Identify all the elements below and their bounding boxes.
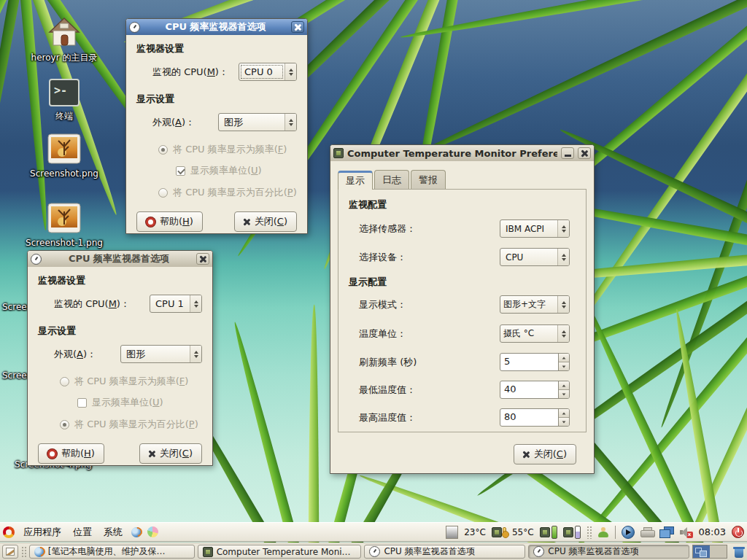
desktop-icon-label: heroyr 的主目录	[24, 52, 104, 63]
radio-show-as-percentage[interactable]: 将 CPU 频率显示为百分比(P)	[60, 418, 202, 431]
cpu-temp-value: 55°C	[512, 527, 534, 537]
section-monitor-settings: 监视器设置	[38, 274, 202, 287]
radio-selected-icon	[60, 420, 69, 429]
cpu-select-label: 监视的 CPU(M)：	[54, 298, 130, 311]
gauge-icon	[369, 546, 380, 557]
mute-badge-icon: x	[686, 532, 693, 538]
chip-thermometer-icon[interactable]	[492, 527, 506, 537]
combo-arrows-icon	[557, 296, 569, 313]
titlebar[interactable]: CPU 频率监视器首选项	[126, 19, 307, 35]
radio-show-as-frequency[interactable]: 将 CPU 频率显示为频率(F)	[60, 375, 202, 388]
power-button-icon[interactable]	[732, 526, 744, 538]
checkbox-show-units[interactable]: 显示频率单位(U)	[176, 164, 297, 177]
desktop-icon-screenshot-1[interactable]: Screenshot-1.png	[24, 203, 104, 248]
clock[interactable]: 08:03	[699, 526, 726, 537]
spinner-arrows[interactable]	[558, 409, 569, 426]
show-desktop-icon	[6, 548, 15, 556]
workspace-1-active[interactable]	[693, 545, 710, 558]
close-button[interactable]	[196, 253, 209, 265]
cpufreq-gauge-icon	[31, 254, 42, 265]
distributor-logo-icon[interactable]	[3, 526, 15, 538]
close-button[interactable]	[291, 21, 304, 33]
titlebar[interactable]: CPU 频率监视器首选项	[28, 251, 212, 267]
close-button[interactable]: 关闭(C)	[234, 211, 297, 232]
radio-selected-icon	[158, 145, 168, 155]
appearance-combo[interactable]: 图形	[218, 113, 297, 131]
trash-icon[interactable]	[733, 545, 745, 558]
section-display-config: 显示配置	[349, 276, 570, 289]
taskbar-button-temp-monitor[interactable]: Computer Temperature Moni…	[198, 545, 362, 559]
checkbox-icon	[77, 398, 87, 408]
taskbar-button-cpufreq-0[interactable]: CPU 频率监视器首选项	[528, 545, 689, 559]
cpufreq-graph-applet[interactable]	[446, 526, 458, 539]
image-icon	[47, 203, 81, 233]
taskbar-button-cpufreq-1[interactable]: CPU 频率监视器首选项	[364, 545, 525, 559]
cpu-select-combo[interactable]: CPU 1	[150, 295, 202, 313]
tab-log[interactable]: 日志	[374, 170, 409, 189]
section-display-settings: 显示设置	[38, 324, 202, 338]
close-icon	[200, 256, 206, 262]
titlebar[interactable]: Computer Temperature Monitor Preferences	[330, 145, 594, 161]
workspace-2[interactable]	[710, 545, 727, 558]
spinner-arrows[interactable]	[558, 381, 569, 398]
menu-applications[interactable]: 应用程序	[20, 524, 64, 540]
ambient-temp-value: 23°C	[464, 527, 486, 537]
firefox-launcher-icon[interactable]	[131, 527, 142, 537]
swirl-app-launcher-icon[interactable]	[147, 526, 158, 537]
taskbar-drag-handle[interactable]	[21, 546, 26, 558]
desktop-icon-home[interactable]: heroyr 的主目录	[24, 15, 104, 63]
taskbar-button-firefox[interactable]: [笔记本电脑使用、维护及保…	[29, 545, 195, 559]
workspace-switcher[interactable]	[692, 545, 727, 559]
close-button[interactable]: 关闭(C)	[514, 444, 576, 464]
min-temp-label: 最低温度值：	[359, 384, 416, 397]
chip-purple-bar-icon[interactable]	[563, 526, 581, 539]
refresh-rate-label: 刷新频率 (秒)	[359, 356, 417, 369]
temp-unit-label: 温度单位：	[359, 327, 406, 341]
radio-show-as-frequency[interactable]: 将 CPU 频率显示为频率(F)	[158, 143, 297, 156]
min-temp-spinner[interactable]: 40	[500, 381, 570, 399]
user-switcher-icon[interactable]	[597, 527, 609, 537]
temp-unit-combo[interactable]: 摄氏 °C	[500, 324, 570, 343]
section-monitor-config: 监视配置	[349, 198, 570, 211]
close-button[interactable]: 关闭(C)	[139, 443, 202, 464]
max-temp-spinner[interactable]: 80	[500, 408, 570, 427]
cpu-select-label: 监视的 CPU(M)：	[152, 66, 228, 79]
dialog-cpu1-preferences: CPU 频率监视器首选项 监视器设置 监视的 CPU(M)： CPU 1 显示设…	[27, 250, 213, 466]
appearance-label: 外观(A)：	[54, 348, 96, 361]
device-combo[interactable]: CPU	[500, 248, 570, 266]
sensor-combo[interactable]: IBM ACPI	[500, 219, 570, 238]
desktop-icon-terminal[interactable]: >- 终端	[24, 79, 104, 121]
section-display-settings: 显示设置	[136, 93, 297, 106]
help-button[interactable]: 帮助(H)	[38, 443, 104, 464]
checkbox-show-units[interactable]: 显示频率单位(U)	[77, 396, 202, 409]
tab-display[interactable]: 显示	[338, 171, 373, 190]
menu-places[interactable]: 位置	[70, 524, 95, 540]
tab-alarm[interactable]: 警报	[411, 170, 446, 189]
help-button[interactable]: 帮助(H)	[136, 211, 203, 232]
menu-system[interactable]: 系统	[101, 524, 125, 540]
chip-icon	[203, 547, 213, 557]
desktop-icon-screenshot[interactable]: Screenshot.png	[24, 133, 104, 179]
applet-drag-handle[interactable]	[587, 526, 592, 539]
gnome-panel: 应用程序 位置 系统 23°C 55°C x 08:03	[0, 522, 747, 542]
printer-icon[interactable]	[640, 527, 654, 537]
help-icon	[47, 449, 57, 459]
radio-show-as-percentage[interactable]: 将 CPU 频率显示为百分比(P)	[158, 186, 297, 199]
desktop-icon-label: Screenshot-1.png	[24, 238, 104, 248]
network-monitors-icon[interactable]	[659, 526, 674, 538]
appearance-combo[interactable]: 图形	[120, 345, 202, 363]
spinner-arrows[interactable]	[558, 354, 569, 370]
show-desktop-button[interactable]	[2, 545, 18, 559]
cpu-select-combo[interactable]: CPU 0	[239, 63, 297, 81]
minimize-button[interactable]	[561, 147, 574, 159]
muted-speaker-icon[interactable]: x	[680, 526, 693, 538]
close-button[interactable]	[578, 147, 591, 159]
cpufreq-gauge-icon	[129, 22, 140, 33]
section-monitor-settings: 监视器设置	[136, 42, 297, 55]
display-mode-combo[interactable]: 图形+文字	[500, 295, 570, 314]
chip-green-bar-icon[interactable]	[540, 526, 557, 539]
close-icon	[244, 219, 250, 225]
minimize-icon	[565, 155, 571, 157]
play-media-icon[interactable]	[622, 526, 635, 539]
refresh-rate-spinner[interactable]: 5	[500, 353, 570, 371]
